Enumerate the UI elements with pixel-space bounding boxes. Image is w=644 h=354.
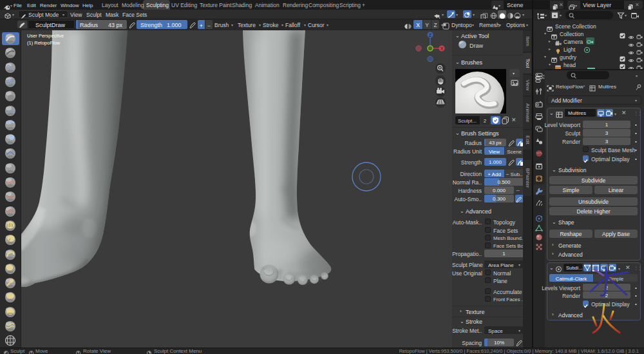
svg-text:X: X [440,46,444,51]
svg-text:Z: Z [429,33,432,37]
